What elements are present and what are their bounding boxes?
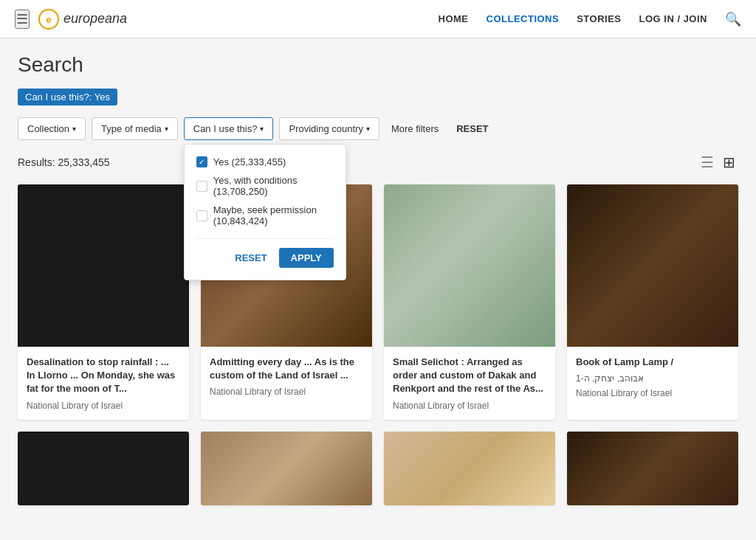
filter-can-i-use-container: Can I use this? ▾ ✓ Yes (25,333,455) Yes… [184,117,274,140]
header-left: ☰ e europeana [15,9,127,30]
card-body-3: Small Selichot : Arranged as order and c… [384,347,555,420]
main-content: Search Can I use this?: Yes Collection ▾… [0,38,756,520]
option-yes-conditions-label: Yes, with conditions (13,708,250) [213,175,334,197]
card-source-1: National Library of Israel [27,401,180,411]
card-title-2: Admitting every day ... As is the custom… [210,356,363,382]
dropdown-actions: RESET APPLY [196,238,334,268]
active-filter-tag[interactable]: Can I use this?: Yes [18,89,738,117]
checkbox-yes: ✓ [196,156,207,167]
dropdown-reset-button[interactable]: RESET [229,248,272,268]
logo-icon: e [38,9,59,30]
results-bar: Results: 25,333,455 ☰ ⊞ [18,152,738,173]
nav-stories[interactable]: STORIES [577,13,621,24]
logo[interactable]: e europeana [38,9,127,30]
filter-can-i-use[interactable]: Can I use this? ▾ [184,117,274,140]
card-body-2: Admitting every day ... As is the custom… [201,347,372,406]
grid-view-button[interactable]: ⊞ [720,152,738,173]
card-image-6 [201,432,372,505]
option-maybe-label: Maybe, seek permission (10,843,424) [213,204,334,226]
providing-country-caret-icon: ▾ [366,125,370,133]
can-i-use-dropdown-panel: ✓ Yes (25,333,455) Yes, with conditions … [184,144,346,280]
card-image-4 [567,184,738,347]
card-subtitle-4: אבוהב, יצחק, ה-1 [576,373,729,384]
dropdown-option-maybe[interactable]: Maybe, seek permission (10,843,424) [196,204,334,226]
filter-bar: Collection ▾ Type of media ▾ Can I use t… [18,117,738,140]
search-icon-button[interactable]: 🔍 [725,11,741,27]
card-body-1: Desalination to stop rainfall : ... In L… [18,347,189,420]
card-source-2: National Library of Israel [210,387,363,397]
result-card-1[interactable]: Desalination to stop rainfall : ... In L… [18,184,189,420]
can-i-use-caret-icon: ▾ [260,125,264,133]
card-image-7 [384,432,555,505]
card-image-8 [567,432,738,505]
results-grid: Desalination to stop rainfall : ... In L… [18,184,738,505]
card-title-1: Desalination to stop rainfall : ... In L… [27,356,180,396]
result-card-4[interactable]: Book of Lamp Lamp / אבוהב, יצחק, ה-1 Nat… [567,184,738,420]
option-yes-label: Yes (25,333,455) [213,156,286,167]
reset-all-button[interactable]: RESET [450,118,494,139]
card-image-5 [18,432,189,505]
header-nav: HOME COLLECTIONS STORIES LOG IN / JOIN 🔍 [439,11,741,27]
filter-type-of-media[interactable]: Type of media ▾ [92,117,178,140]
nav-login[interactable]: LOG IN / JOIN [639,13,707,24]
card-source-3: National Library of Israel [393,401,546,411]
card-image-3 [384,184,555,347]
card-body-4: Book of Lamp Lamp / אבוהב, יצחק, ה-1 Nat… [567,347,738,407]
card-image-1 [18,184,189,347]
filter-providing-country[interactable]: Providing country ▾ [279,117,379,140]
nav-home[interactable]: HOME [439,13,469,24]
list-view-button[interactable]: ☰ [698,152,717,173]
results-count: Results: 25,333,455 [18,156,110,168]
dropdown-apply-button[interactable]: APPLY [279,248,334,268]
result-card-8[interactable] [567,432,738,505]
result-card-5[interactable] [18,432,189,505]
active-filter-tag-label[interactable]: Can I use this?: Yes [18,89,117,105]
hamburger-menu[interactable]: ☰ [15,10,30,29]
logo-text: europeana [63,11,127,27]
card-title-4: Book of Lamp Lamp / [576,356,729,369]
page-title: Search [18,53,738,77]
result-card-3[interactable]: Small Selichot : Arranged as order and c… [384,184,555,420]
collection-caret-icon: ▾ [72,125,76,133]
card-source-4: National Library of Israel [576,388,729,398]
filter-collection[interactable]: Collection ▾ [18,117,86,140]
result-card-7[interactable] [384,432,555,505]
checkbox-yes-conditions [196,181,207,192]
more-filters-button[interactable]: More filters [385,118,444,139]
header: ☰ e europeana HOME COLLECTIONS STORIES L… [0,0,756,38]
dropdown-option-yes-conditions[interactable]: Yes, with conditions (13,708,250) [196,175,334,197]
svg-text:e: e [46,14,51,25]
type-of-media-caret-icon: ▾ [165,125,168,133]
result-card-6[interactable] [201,432,372,505]
checkbox-maybe [196,210,207,221]
dropdown-option-yes[interactable]: ✓ Yes (25,333,455) [196,156,334,167]
view-toggles: ☰ ⊞ [698,152,738,173]
nav-collections[interactable]: COLLECTIONS [487,13,560,24]
card-title-3: Small Selichot : Arranged as order and c… [393,356,546,396]
